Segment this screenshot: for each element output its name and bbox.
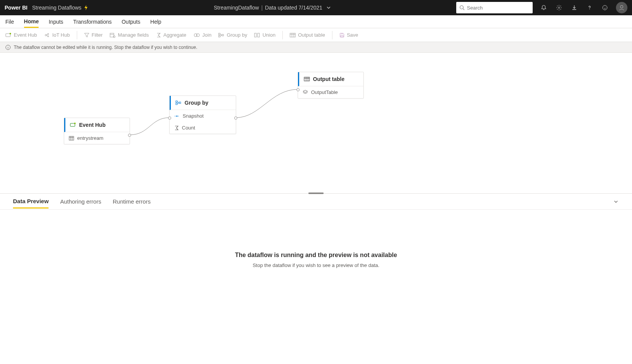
info-banner: The dataflow cannot be edited while it i… bbox=[0, 42, 632, 53]
bottom-panel: Data Preview Authoring errors Runtime er… bbox=[0, 193, 632, 268]
settings-icon[interactable] bbox=[555, 3, 563, 12]
tab-authoring-errors[interactable]: Authoring errors bbox=[60, 195, 101, 208]
node-group-by[interactable]: Group by Snapshot Count bbox=[169, 95, 236, 134]
svg-point-18 bbox=[196, 34, 199, 37]
node-title: Output table bbox=[313, 76, 344, 82]
node-field: Count bbox=[182, 125, 195, 131]
svg-line-43 bbox=[177, 102, 179, 103]
ribbon-iot-hub[interactable]: IoT Hub bbox=[44, 32, 70, 38]
update-status: Data updated 7/14/2021 bbox=[265, 5, 322, 11]
svg-point-16 bbox=[113, 36, 115, 37]
app-subtitle: Streaming Dataflows bbox=[32, 5, 88, 11]
event-hub-icon bbox=[70, 122, 76, 128]
lightning-icon bbox=[84, 5, 88, 10]
svg-point-47 bbox=[177, 115, 178, 116]
diagram-canvas[interactable]: Event Hub entrystream Group by Snapshot bbox=[0, 53, 632, 193]
svg-rect-7 bbox=[6, 34, 10, 37]
table-icon bbox=[69, 136, 74, 141]
input-port[interactable] bbox=[297, 88, 300, 91]
svg-rect-25 bbox=[258, 33, 259, 37]
brand-label: Power BI bbox=[5, 5, 28, 11]
node-output-table[interactable]: Output table OutputTable bbox=[298, 72, 364, 99]
svg-point-0 bbox=[460, 6, 463, 9]
snapshot-icon bbox=[174, 114, 180, 118]
tab-data-preview[interactable]: Data Preview bbox=[13, 195, 49, 209]
tab-home[interactable]: Home bbox=[24, 16, 39, 28]
ribbon-event-hub[interactable]: Event Hub bbox=[5, 32, 37, 38]
ribbon-aggregate[interactable]: Aggregate bbox=[156, 32, 186, 38]
tab-outputs[interactable]: Outputs bbox=[122, 16, 140, 27]
search-icon bbox=[459, 5, 465, 10]
search-input[interactable] bbox=[467, 5, 530, 11]
svg-rect-31 bbox=[341, 33, 343, 34]
download-icon[interactable] bbox=[570, 3, 579, 12]
svg-point-3 bbox=[603, 5, 607, 10]
bottom-tabs: Data Preview Authoring errors Runtime er… bbox=[0, 194, 632, 210]
panel-resize-handle[interactable] bbox=[308, 193, 324, 194]
separator: | bbox=[261, 5, 263, 11]
banner-text: The dataflow cannot be edited while it i… bbox=[14, 45, 197, 50]
help-icon[interactable] bbox=[585, 3, 594, 12]
ribbon-output-table[interactable]: Output table bbox=[290, 32, 325, 38]
svg-rect-24 bbox=[254, 33, 256, 37]
tab-help[interactable]: Help bbox=[150, 16, 161, 27]
svg-rect-45 bbox=[179, 102, 181, 104]
dataflow-name: StreamingDataflow bbox=[214, 5, 259, 11]
input-port[interactable] bbox=[168, 116, 171, 120]
node-event-hub[interactable]: Event Hub entrystream bbox=[64, 118, 130, 144]
user-avatar[interactable] bbox=[616, 2, 627, 13]
output-port[interactable] bbox=[128, 134, 131, 137]
main-tabs: File Home Inputs Transformations Outputs… bbox=[0, 15, 632, 28]
svg-rect-41 bbox=[176, 101, 177, 102]
svg-rect-26 bbox=[290, 33, 295, 37]
preview-message: The dataflow is running and the preview … bbox=[0, 252, 632, 268]
breadcrumb[interactable]: StreamingDataflow | Data updated 7/14/20… bbox=[88, 5, 456, 11]
ribbon-union[interactable]: Union bbox=[254, 32, 275, 38]
ribbon-save[interactable]: Save bbox=[339, 32, 358, 38]
svg-rect-20 bbox=[219, 36, 220, 37]
svg-line-21 bbox=[220, 34, 222, 35]
svg-rect-42 bbox=[176, 103, 177, 105]
info-icon bbox=[5, 45, 11, 50]
svg-line-1 bbox=[463, 9, 465, 10]
svg-point-6 bbox=[621, 5, 623, 8]
tab-runtime-errors[interactable]: Runtime errors bbox=[113, 195, 151, 208]
svg-point-36 bbox=[74, 123, 76, 124]
tab-inputs[interactable]: Inputs bbox=[49, 16, 63, 27]
svg-line-12 bbox=[46, 34, 48, 35]
ribbon-group-by[interactable]: Group by bbox=[218, 32, 247, 38]
output-table-icon bbox=[304, 76, 310, 82]
layers-icon bbox=[303, 90, 308, 95]
ribbon: Event Hub IoT Hub Filter Manage fields A… bbox=[0, 28, 632, 42]
svg-rect-19 bbox=[219, 33, 220, 35]
svg-rect-35 bbox=[70, 123, 75, 126]
ribbon-filter[interactable]: Filter bbox=[84, 32, 103, 38]
svg-line-13 bbox=[46, 36, 48, 36]
group-by-icon bbox=[175, 100, 181, 105]
tab-file[interactable]: File bbox=[5, 16, 14, 27]
svg-point-2 bbox=[558, 7, 560, 8]
feedback-icon[interactable] bbox=[601, 3, 609, 12]
sigma-icon bbox=[174, 126, 179, 130]
collapse-panel-icon[interactable] bbox=[613, 199, 619, 205]
svg-point-4 bbox=[604, 7, 604, 7]
node-field: OutputTable bbox=[311, 89, 338, 95]
svg-point-8 bbox=[10, 33, 11, 34]
node-title: Event Hub bbox=[79, 122, 105, 128]
svg-line-44 bbox=[177, 103, 179, 104]
search-box[interactable] bbox=[456, 2, 533, 13]
subtitle-text: Streaming Dataflows bbox=[32, 5, 81, 11]
node-title: Group by bbox=[185, 100, 208, 106]
tab-transformations[interactable]: Transformations bbox=[73, 16, 112, 27]
svg-line-22 bbox=[220, 35, 222, 36]
preview-title: The dataflow is running and the preview … bbox=[0, 252, 632, 259]
node-field: Snapshot bbox=[183, 113, 204, 119]
ribbon-join[interactable]: Join bbox=[193, 32, 212, 38]
svg-rect-23 bbox=[222, 34, 224, 36]
preview-subtitle: Stop the dataflow if you wish to see a p… bbox=[0, 262, 632, 268]
chevron-down-icon[interactable] bbox=[326, 5, 331, 10]
top-bar: Power BI Streaming Dataflows StreamingDa… bbox=[0, 0, 632, 15]
output-port[interactable] bbox=[234, 116, 237, 120]
ribbon-manage-fields[interactable]: Manage fields bbox=[110, 32, 149, 38]
notifications-icon[interactable] bbox=[540, 3, 548, 12]
